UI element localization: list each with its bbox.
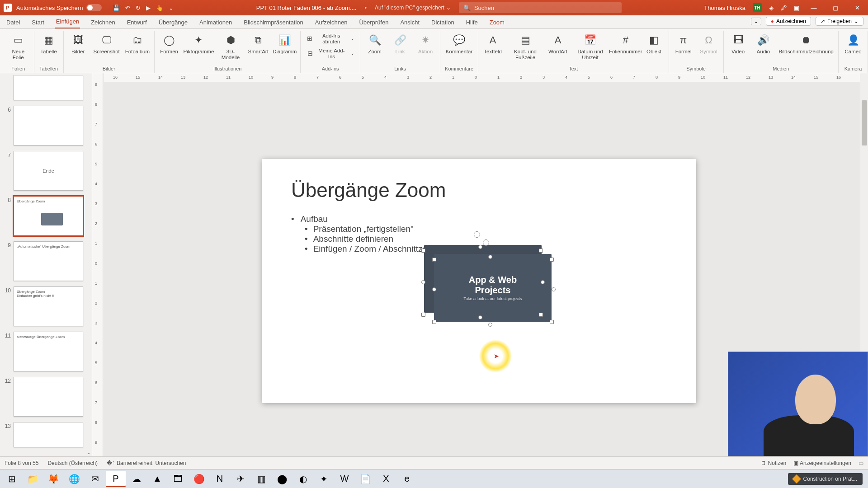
- notes-button[interactable]: 🗒 Notizen: [761, 460, 786, 466]
- minimize-button[interactable]: —: [807, 5, 821, 11]
- resize-handle[interactable]: [478, 245, 482, 249]
- notification-toast[interactable]: Construction on Prat...: [788, 473, 863, 485]
- ribbon-button[interactable]: ✦Piktogramme: [184, 32, 213, 55]
- slide-thumbnail[interactable]: [14, 377, 83, 417]
- ribbon-button[interactable]: ⬢3D-Modelle: [218, 32, 243, 60]
- app-icon[interactable]: ✦: [314, 471, 334, 487]
- close-button[interactable]: ✕: [850, 5, 864, 11]
- app-icon[interactable]: 📄: [355, 471, 375, 487]
- powerpoint-icon[interactable]: P: [106, 471, 126, 487]
- redo-icon[interactable]: ↻: [136, 5, 141, 11]
- resize-handle[interactable]: [550, 258, 554, 262]
- slide-thumbnail[interactable]: Mehrstufige Übergänge Zoom: [14, 332, 83, 371]
- tab-hilfe[interactable]: Hilfe: [465, 16, 479, 28]
- ribbon-button[interactable]: ▤Kopf- und Fußzeile: [508, 32, 542, 60]
- resize-handle[interactable]: [552, 287, 556, 291]
- resize-handle[interactable]: [539, 249, 543, 253]
- save-icon[interactable]: 💾: [113, 5, 120, 11]
- save-status[interactable]: Auf "diesem PC" gespeichert ⌄: [375, 5, 451, 11]
- ribbon-button[interactable]: AWordArt: [548, 32, 568, 55]
- chrome-icon[interactable]: 🌐: [64, 471, 84, 487]
- undo-icon[interactable]: ↶: [125, 5, 130, 11]
- collapse-ribbon-icon[interactable]: ⌄: [751, 18, 761, 25]
- telegram-icon[interactable]: ✈: [231, 471, 250, 487]
- ribbon-button[interactable]: πFormel: [674, 32, 693, 55]
- vlc-icon[interactable]: ▲: [147, 471, 167, 487]
- thumbnail-row[interactable]: 12: [3, 377, 89, 417]
- tab-zoom[interactable]: Zoom: [489, 16, 505, 28]
- resize-handle[interactable]: [488, 323, 492, 327]
- tab-ueberpruefen[interactable]: Überprüfen: [358, 16, 389, 28]
- ribbon-button[interactable]: ◧Objekt: [644, 32, 664, 55]
- app-icon[interactable]: 🗔: [168, 471, 188, 487]
- tab-dictation[interactable]: Dictation: [430, 16, 455, 28]
- ribbon-button[interactable]: 💬Kommentar: [446, 32, 472, 55]
- thumbnail-row[interactable]: 6: [3, 106, 89, 145]
- scroll-down-icon[interactable]: ⌄: [86, 449, 91, 455]
- thumbnail-row[interactable]: 9„Automatische" Übergänge Zoom: [3, 241, 89, 281]
- ribbon-button[interactable]: 🗂Fotoalbum: [125, 32, 150, 55]
- ribbon-button[interactable]: 🖵Screenshot: [94, 32, 120, 55]
- excel-icon[interactable]: X: [376, 471, 396, 487]
- link-icon[interactable]: 🖉: [781, 5, 787, 11]
- ribbon-button[interactable]: 📅Datum und Uhrzeit: [573, 32, 607, 60]
- display-settings-button[interactable]: ▣ Anzeigeeinstellungen: [793, 460, 851, 466]
- thumbnail-row[interactable]: 10Übergänge Zoom Einfacher geht's nicht …: [3, 286, 89, 326]
- maximize-button[interactable]: ▢: [828, 5, 843, 11]
- tab-animationen[interactable]: Animationen: [198, 16, 233, 28]
- ribbon-button[interactable]: 🖼Bilder: [68, 32, 88, 55]
- resize-handle[interactable]: [421, 280, 425, 284]
- user-name[interactable]: Thomas Hruska: [704, 5, 745, 11]
- thumbnail-row[interactable]: [3, 75, 89, 100]
- window-icon[interactable]: ▣: [794, 5, 799, 11]
- tab-zeichnen[interactable]: Zeichnen: [90, 16, 116, 28]
- rotate-handle-icon[interactable]: [474, 231, 480, 238]
- tab-start[interactable]: Start: [31, 16, 45, 28]
- ribbon-button[interactable]: 📊Diagramm: [274, 32, 296, 55]
- ribbon-button[interactable]: ΩSymbol: [699, 32, 719, 55]
- resize-handle[interactable]: [488, 255, 492, 259]
- ribbon-button[interactable]: ATextfeld: [483, 32, 503, 55]
- tab-ansicht[interactable]: Ansicht: [399, 16, 420, 28]
- resize-handle[interactable]: [432, 320, 436, 324]
- start-button[interactable]: ⊞: [2, 471, 22, 487]
- ribbon-button[interactable]: ✷Aktion: [415, 32, 435, 55]
- slide-thumbnail[interactable]: [14, 106, 83, 145]
- autosave-toggle[interactable]: Automatisches Speichern: [16, 4, 102, 11]
- explorer-icon[interactable]: 📁: [23, 471, 42, 487]
- thumbnail-row[interactable]: 8Übergänge Zoom: [3, 196, 89, 236]
- slide[interactable]: Übergänge Zoom Aufbau Präsentation „fert…: [262, 159, 696, 403]
- accessibility-status[interactable]: �÷ Barrierefreiheit: Untersuchen: [107, 460, 186, 466]
- tab-einfuegen[interactable]: Einfügen: [55, 15, 80, 28]
- slide-thumbnail[interactable]: Übergänge Zoom Einfacher geht's nicht !!: [14, 286, 83, 326]
- tab-uebergaenge[interactable]: Übergänge: [158, 16, 189, 28]
- ribbon-button[interactable]: ⧉SmartArt: [248, 32, 268, 55]
- edge-icon[interactable]: e: [397, 471, 417, 487]
- thumbnail-row[interactable]: 13: [3, 422, 89, 447]
- app-icon[interactable]: 🔴: [189, 471, 209, 487]
- slide-thumbnail[interactable]: [14, 75, 83, 100]
- ribbon-button[interactable]: ▭Neue Folie: [7, 32, 29, 60]
- thumbnail-row[interactable]: 11Mehrstufige Übergänge Zoom: [3, 332, 89, 371]
- resize-handle[interactable]: [421, 249, 425, 253]
- search-box[interactable]: 🔍 Suchen: [459, 2, 622, 13]
- scrollbar-thumb[interactable]: [862, 100, 867, 145]
- record-button[interactable]: ●Aufzeichnen: [766, 17, 811, 26]
- resize-handle[interactable]: [432, 258, 436, 262]
- slide-thumbnail-panel[interactable]: 67Ende8Übergänge Zoom9„Automatische" Übe…: [0, 73, 92, 456]
- ribbon-button[interactable]: 🎞Video: [728, 32, 748, 55]
- document-name[interactable]: PPT 01 Roter Faden 006 - ab Zoom....: [256, 5, 357, 11]
- onenote-icon[interactable]: N: [210, 471, 230, 487]
- slide-thumbnail[interactable]: „Automatische" Übergänge Zoom: [14, 241, 83, 281]
- qat-more-icon[interactable]: ⌄: [169, 5, 174, 11]
- resize-handle[interactable]: [539, 313, 543, 317]
- tab-bildschirm[interactable]: Bildschirmpräsentation: [243, 16, 304, 28]
- slide-counter[interactable]: Folie 8 von 55: [5, 460, 38, 466]
- ribbon-button[interactable]: 🔊Audio: [754, 32, 774, 55]
- slide-thumbnail[interactable]: Übergänge Zoom: [14, 196, 83, 236]
- ribbon-button[interactable]: ⊞Add-Ins abrufen⌄: [305, 32, 355, 46]
- resize-handle[interactable]: [421, 313, 425, 317]
- obs-icon[interactable]: ⬤: [272, 471, 292, 487]
- tab-datei[interactable]: Datei: [5, 16, 21, 28]
- app-icon[interactable]: ▥: [251, 471, 271, 487]
